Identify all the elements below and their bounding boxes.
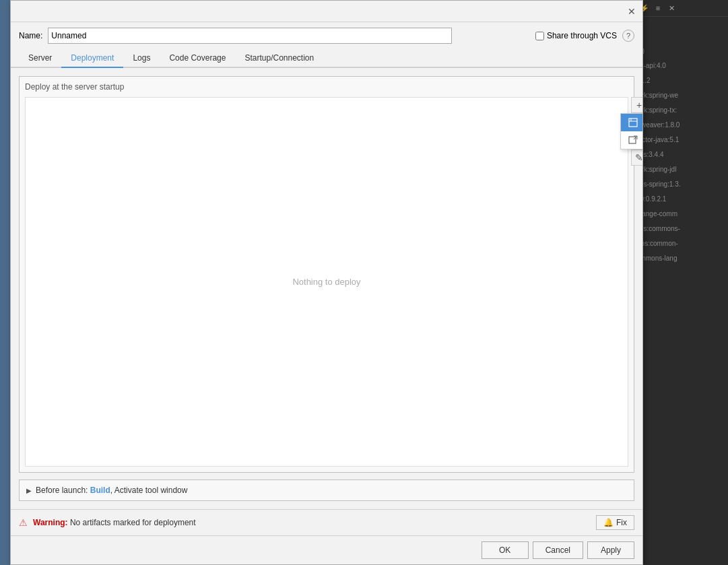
ide-toolbar-menu: ≡ bbox=[653, 3, 663, 13]
fix-icon: 🔔 bbox=[603, 518, 614, 527]
deploy-section-title: Deploy at the server startup bbox=[25, 82, 628, 92]
tab-server[interactable]: Server bbox=[19, 49, 61, 68]
name-input[interactable] bbox=[48, 28, 452, 44]
svg-rect-0 bbox=[629, 119, 637, 127]
tab-startup-connection[interactable]: Startup/Connection bbox=[235, 49, 323, 68]
external-source-icon bbox=[628, 135, 638, 145]
cancel-button[interactable]: Cancel bbox=[533, 541, 583, 559]
tabs-bar: Server Deployment Logs Code Coverage Sta… bbox=[11, 49, 642, 68]
help-button[interactable]: ? bbox=[622, 30, 634, 42]
warning-icon: ⚠ bbox=[19, 517, 28, 528]
ide-toolbar-close: ✕ bbox=[666, 3, 677, 13]
tab-content: Deploy at the server startup Nothing to … bbox=[11, 68, 642, 509]
external-source-menu-item[interactable]: External Source... bbox=[621, 131, 642, 149]
chevron-right-icon: ▶ bbox=[26, 487, 32, 494]
bottom-buttons: OK Cancel Apply bbox=[11, 535, 642, 564]
ok-button[interactable]: OK bbox=[482, 541, 529, 559]
apply-button[interactable]: Apply bbox=[587, 541, 634, 559]
title-bar: ✕ bbox=[11, 1, 642, 22]
artifact-menu-item[interactable]: Artifact... bbox=[621, 114, 642, 131]
before-launch-section: ▶ Before launch: Build, Activate tool wi… bbox=[19, 479, 634, 501]
tab-code-coverage[interactable]: Code Coverage bbox=[160, 49, 235, 68]
before-launch-row[interactable]: ▶ Before launch: Build, Activate tool wi… bbox=[26, 486, 627, 495]
warning-text: Warning: No artifacts marked for deploym… bbox=[33, 518, 591, 527]
name-row: Name: Share through VCS ? bbox=[11, 22, 642, 49]
before-launch-label: Before launch: Build, Activate tool wind… bbox=[36, 486, 187, 495]
fix-label: Fix bbox=[616, 518, 627, 527]
vcs-checkbox[interactable] bbox=[535, 32, 544, 40]
warning-bar: ⚠ Warning: No artifacts marked for deplo… bbox=[11, 509, 642, 535]
deploy-action-buttons: + Artifa bbox=[631, 97, 642, 166]
tab-logs[interactable]: Logs bbox=[123, 49, 160, 68]
add-deploy-dropdown: Artifact... bbox=[620, 113, 642, 149]
vcs-label: Share through VCS bbox=[547, 31, 617, 40]
tab-deployment[interactable]: Deployment bbox=[61, 49, 123, 68]
add-deploy-button[interactable]: + bbox=[631, 97, 642, 113]
empty-deploy-label: Nothing to deploy bbox=[292, 277, 360, 287]
vcs-group: Share through VCS ? bbox=[535, 30, 634, 42]
svg-rect-3 bbox=[629, 137, 636, 143]
run-debug-dialog: ✕ Name: Share through VCS ? Server Deplo… bbox=[10, 0, 643, 565]
name-label: Name: bbox=[19, 31, 42, 40]
deploy-area: Nothing to deploy bbox=[25, 97, 628, 467]
close-button[interactable]: ✕ bbox=[626, 6, 637, 17]
edit-deploy-button[interactable]: ✎ bbox=[631, 149, 642, 166]
deploy-section: Deploy at the server startup Nothing to … bbox=[19, 76, 634, 473]
fix-button[interactable]: 🔔 Fix bbox=[596, 515, 634, 530]
artifact-icon bbox=[628, 117, 638, 128]
